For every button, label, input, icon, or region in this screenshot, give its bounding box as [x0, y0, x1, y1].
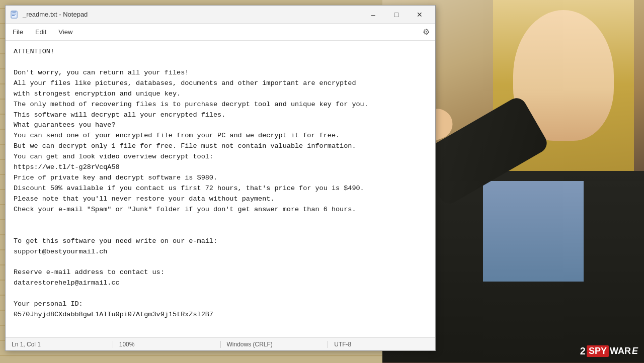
status-zoom-section: 100% — [119, 341, 214, 348]
status-encoding-section: UTF-8 — [334, 341, 429, 348]
status-divider-1 — [113, 341, 113, 348]
encoding: UTF-8 — [334, 341, 351, 348]
svg-rect-3 — [12, 15, 15, 16]
close-button[interactable]: ✕ — [408, 6, 431, 24]
zoom-level: 100% — [119, 341, 135, 348]
title-bar: _readme.txt - Notepad – □ ✕ — [6, 6, 435, 24]
line-ending: Windows (CRLF) — [227, 341, 273, 348]
logo-suffix: E — [632, 346, 638, 356]
logo-number: 2 — [580, 345, 586, 357]
window-title: _readme.txt - Notepad — [23, 11, 362, 18]
cursor-position: Ln 1, Col 1 — [12, 341, 41, 348]
notepad-content[interactable]: ATTENTION! Don't worry, you can return a… — [6, 41, 435, 337]
svg-rect-1 — [12, 13, 16, 13]
menu-view[interactable]: View — [53, 26, 77, 38]
svg-rect-4 — [13, 11, 16, 12]
maximize-button[interactable]: □ — [385, 6, 408, 24]
status-bar: Ln 1, Col 1 100% Windows (CRLF) UTF-8 — [6, 337, 435, 350]
status-divider-3 — [328, 341, 328, 348]
window-controls: – □ ✕ — [362, 6, 431, 24]
settings-icon[interactable]: ⚙ — [419, 25, 433, 39]
menu-bar: File Edit View ⚙ — [6, 24, 435, 41]
logo-ware: WAR — [610, 346, 631, 356]
svg-rect-2 — [12, 14, 16, 14]
minimize-button[interactable]: – — [362, 6, 385, 24]
status-line-ending-section: Windows (CRLF) — [227, 341, 322, 348]
notepad-icon — [10, 10, 19, 19]
status-position-section: Ln 1, Col 1 — [12, 341, 107, 348]
menu-items: File Edit View — [8, 26, 77, 38]
logo-spy: SPY — [587, 345, 609, 357]
menu-edit[interactable]: Edit — [30, 26, 51, 38]
menu-file[interactable]: File — [8, 26, 28, 38]
notepad-window: _readme.txt - Notepad – □ ✕ File Edit Vi… — [5, 5, 436, 351]
spyware-logo: 2 SPY WAR E — [580, 345, 638, 357]
status-divider-2 — [220, 341, 221, 348]
